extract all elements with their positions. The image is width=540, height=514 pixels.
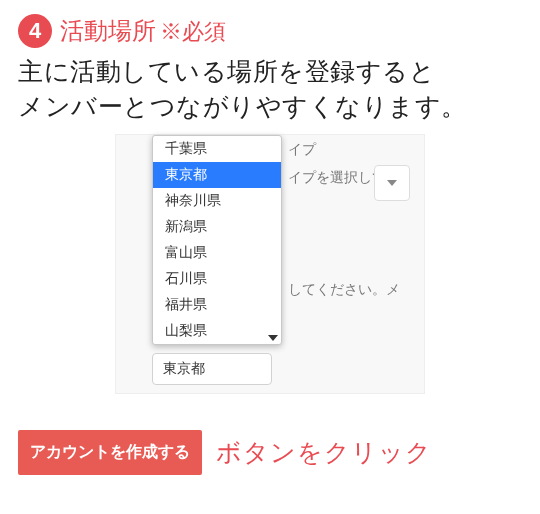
background-hint-fragment: してください。メ — [288, 281, 400, 299]
background-label-fragment: イプ — [288, 141, 316, 159]
required-marker: ※必須 — [160, 17, 226, 47]
screenshot-panel: イプ イプを選択してく してください。メ 千葉県東京都神奈川県新潟県富山県石川県… — [115, 134, 425, 394]
prefecture-option[interactable]: 山梨県 — [153, 318, 281, 344]
prefecture-option[interactable]: 千葉県 — [153, 136, 281, 162]
scroll-arrow-down-icon — [268, 335, 278, 341]
section-description: 主に活動している場所を登録すると メンバーとつながりやすくなります。 — [18, 54, 522, 124]
location-field[interactable]: 東京都 — [152, 353, 272, 385]
prefecture-option[interactable]: 福井県 — [153, 292, 281, 318]
description-line-1: 主に活動している場所を登録すると — [18, 57, 435, 85]
prefecture-option[interactable]: 東京都 — [153, 162, 281, 188]
create-account-button[interactable]: アカウントを作成する — [18, 430, 202, 475]
prefecture-option[interactable]: 新潟県 — [153, 214, 281, 240]
step-number-badge: 4 — [18, 14, 52, 48]
create-account-button-label: アカウントを作成する — [30, 443, 190, 460]
prefecture-dropdown-list[interactable]: 千葉県東京都神奈川県新潟県富山県石川県福井県山梨県 — [152, 135, 282, 345]
cta-instruction-text: ボタンをクリック — [216, 436, 432, 469]
prefecture-option[interactable]: 富山県 — [153, 240, 281, 266]
section-title-text: 活動場所 — [60, 15, 156, 47]
description-line-2: メンバーとつながりやすくなります。 — [18, 92, 467, 120]
chevron-down-icon — [387, 180, 397, 186]
prefecture-option[interactable]: 石川県 — [153, 266, 281, 292]
prefecture-option[interactable]: 神奈川県 — [153, 188, 281, 214]
location-field-value: 東京都 — [163, 360, 205, 378]
section-title: 活動場所 ※必須 — [60, 15, 226, 47]
type-select-toggle[interactable] — [374, 165, 410, 201]
